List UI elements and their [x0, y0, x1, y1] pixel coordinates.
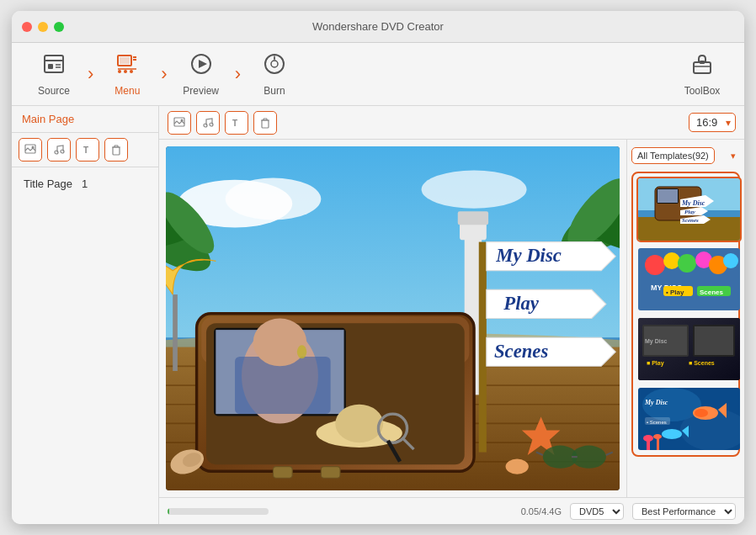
toolbar-burn[interactable]: Burn [241, 47, 308, 102]
arrow-2: › [161, 65, 167, 83]
performance-select[interactable]: Best Performance Standard [632, 503, 736, 520]
main-content: Main Page T Title Page 1 [12, 106, 744, 524]
main-toolbar: Source › Menu › [12, 43, 744, 106]
toolbox-label: ToolBox [684, 85, 721, 97]
svg-text:My Disc: My Disc [644, 399, 668, 406]
close-button[interactable] [22, 22, 32, 32]
toolbar-toolbox[interactable]: ToolBox [668, 47, 736, 102]
svg-rect-6 [120, 57, 130, 64]
sidebar: Main Page T Title Page 1 [12, 106, 159, 524]
svg-rect-119 [695, 326, 733, 355]
minimize-button[interactable] [38, 22, 48, 32]
svg-rect-89 [273, 467, 292, 479]
progress-text: 0.05/4.4G [521, 506, 562, 516]
maximize-button[interactable] [54, 22, 64, 32]
svg-text:My Disc: My Disc [645, 338, 668, 345]
template-selector-header: All Templates(92) [631, 144, 740, 167]
sidebar-toolbar: T [12, 133, 158, 167]
svg-text:My Disc: My Disc [495, 245, 562, 266]
svg-rect-91 [173, 294, 178, 371]
menu-icon [115, 52, 139, 82]
page-item-label: Title Page 1 [24, 177, 88, 190]
svg-text:Scenes: Scenes [682, 217, 699, 224]
traffic-lights [22, 22, 64, 32]
svg-rect-35 [262, 120, 269, 128]
toolbar-preview[interactable]: Preview [168, 47, 235, 102]
arrow-1: › [88, 65, 93, 83]
add-music-button[interactable] [47, 138, 71, 162]
svg-point-31 [181, 119, 184, 121]
svg-point-104 [678, 254, 696, 273]
preview-label: Preview [183, 85, 219, 97]
progress-fill [168, 508, 169, 515]
window-title: Wondershare DVD Creator [312, 20, 444, 33]
template-item-2[interactable]: MY DISC • Play Scenes [636, 246, 742, 312]
svg-point-43 [422, 170, 527, 208]
delete-item-button[interactable] [253, 111, 277, 135]
aspect-ratio-select[interactable]: 16:9 4:3 [689, 113, 736, 132]
sidebar-header: Main Page [12, 106, 158, 133]
svg-text:T: T [83, 146, 88, 155]
preview-canvas: My Disc Play Scenes [166, 146, 620, 490]
right-panel: All Templates(92) [626, 140, 744, 497]
template-item-4[interactable]: My Disc • Scenes [636, 386, 742, 452]
svg-text:■ Scenes: ■ Scenes [689, 360, 715, 366]
svg-rect-61 [458, 211, 488, 225]
svg-marker-14 [199, 60, 207, 68]
add-text-button[interactable]: T [76, 138, 99, 162]
svg-rect-18 [700, 61, 705, 64]
svg-text:My Disc: My Disc [681, 199, 705, 207]
toolbar-source[interactable]: Source [20, 47, 88, 102]
svg-text:• Play: • Play [666, 289, 684, 296]
arrow-3: › [235, 65, 241, 83]
svg-point-69 [253, 319, 307, 367]
add-bg-button[interactable] [19, 138, 42, 162]
music-button[interactable] [196, 111, 220, 135]
svg-point-102 [645, 255, 665, 275]
burn-label: Burn [264, 85, 285, 97]
svg-point-11 [124, 70, 127, 73]
svg-point-10 [118, 70, 121, 73]
burn-icon [263, 52, 286, 82]
center-toolbar: T 16:9 4:3 [159, 106, 744, 140]
bottom-bar: 0.05/4.4G DVD5 DVD9 Best Performance Sta… [159, 497, 744, 524]
template-dropdown-wrapper[interactable]: All Templates(92) [631, 147, 740, 164]
svg-text:• Scenes: • Scenes [647, 420, 667, 425]
svg-rect-90 [321, 467, 340, 479]
preview-area: My Disc Play Scenes [166, 146, 620, 490]
svg-rect-25 [113, 147, 120, 155]
preview-icon [189, 52, 213, 82]
svg-point-23 [61, 150, 64, 153]
svg-point-70 [297, 345, 306, 358]
svg-point-42 [226, 177, 322, 220]
svg-text:Scenes: Scenes [494, 341, 549, 362]
svg-point-127 [695, 409, 708, 417]
svg-point-16 [271, 61, 278, 67]
templates-container: My Disc Play Scenes [631, 172, 740, 457]
svg-point-131 [643, 435, 653, 442]
main-page-label: Main Page [22, 113, 74, 125]
svg-point-103 [663, 252, 680, 269]
svg-point-88 [506, 459, 529, 474]
center-toolbar-left: T [168, 111, 277, 135]
delete-button[interactable] [104, 138, 128, 162]
text-button[interactable]: T [225, 111, 248, 135]
svg-rect-0 [45, 56, 63, 72]
bg-image-button[interactable] [168, 111, 191, 135]
svg-point-21 [32, 146, 35, 149]
title-bar: Wondershare DVD Creator [12, 11, 744, 43]
aspect-ratio-wrapper[interactable]: 16:9 4:3 [689, 113, 736, 132]
page-item[interactable]: Title Page 1 [19, 174, 152, 193]
svg-text:Play: Play [684, 209, 696, 215]
template-item-3[interactable]: My Disc ■ Play ■ Scenes [636, 316, 742, 382]
svg-point-128 [662, 429, 682, 439]
template-dropdown[interactable]: All Templates(92) [631, 147, 715, 164]
svg-point-12 [130, 70, 133, 73]
menu-label: Menu [114, 85, 140, 97]
svg-rect-97 [658, 189, 678, 203]
disc-type-select[interactable]: DVD5 DVD9 [570, 503, 624, 520]
toolbar-menu[interactable]: Menu [93, 47, 161, 102]
template-item-1[interactable]: My Disc Play Scenes [636, 177, 742, 242]
toolbox-icon [690, 52, 714, 82]
svg-text:T: T [232, 119, 237, 128]
